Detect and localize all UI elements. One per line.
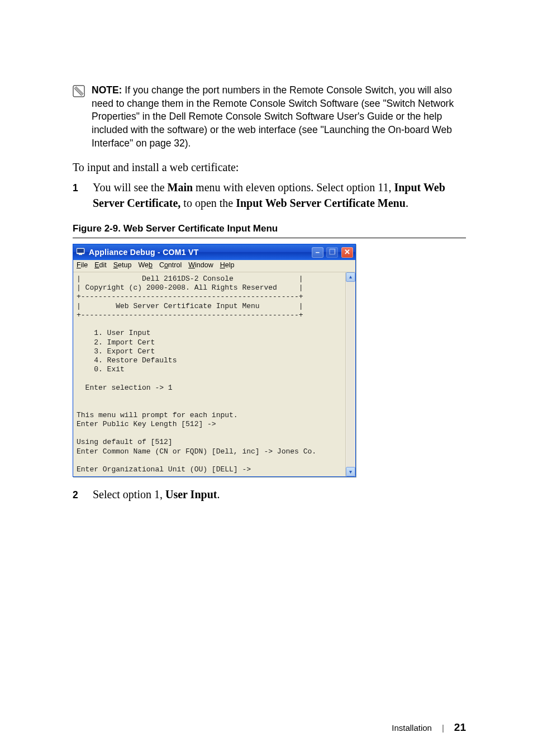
menu-web[interactable]: Web xyxy=(138,261,152,270)
step-number: 2 xyxy=(73,488,78,502)
text-bold: Input Web Server Certificate Menu xyxy=(236,197,406,209)
scroll-up-icon[interactable]: ▴ xyxy=(346,272,355,282)
close-button[interactable]: ✕ xyxy=(341,247,353,258)
scroll-track[interactable] xyxy=(346,282,355,467)
note-icon xyxy=(73,85,85,100)
window-titlebar: Appliance Debug - COM1 VT – ❐ ✕ xyxy=(73,244,355,260)
window-menubar: File Edit Setup Web Control Window Help xyxy=(73,260,355,272)
menu-control[interactable]: Control xyxy=(159,261,182,270)
window-title: Appliance Debug - COM1 VT xyxy=(89,248,199,258)
menu-edit[interactable]: Edit xyxy=(94,261,107,270)
figure-caption: Figure 2-9. Web Server Certificate Input… xyxy=(73,223,466,234)
text-bold: User Input xyxy=(165,488,217,500)
terminal-output: | Dell 2161DS-2 Console | | Copyright (c… xyxy=(73,272,345,477)
document-page: NOTE: If you change the port numbers in … xyxy=(0,0,533,756)
screenshot-window: Appliance Debug - COM1 VT – ❐ ✕ File Edi… xyxy=(73,244,356,477)
note-body: If you change the port numbers in the Re… xyxy=(92,84,454,149)
terminal-area: | Dell 2161DS-2 Console | | Copyright (c… xyxy=(73,272,355,477)
text-frag: . xyxy=(217,488,220,500)
menu-file[interactable]: File xyxy=(77,261,88,270)
window-controls: – ❐ ✕ xyxy=(311,247,353,258)
footer-section: Installation xyxy=(392,723,432,733)
footer-separator: | xyxy=(442,723,444,733)
text-frag: . xyxy=(406,197,408,209)
text-frag: Select option 1, xyxy=(93,488,165,500)
note-label: NOTE: xyxy=(92,84,122,96)
step-number: 1 xyxy=(73,181,78,195)
scrollbar[interactable]: ▴ ▾ xyxy=(345,272,355,477)
svg-rect-6 xyxy=(79,254,82,255)
titlebar-left: Appliance Debug - COM1 VT xyxy=(77,247,199,257)
text-frag: menu with eleven options. Select option … xyxy=(193,181,394,193)
step-2: 2 Select option 1, User Input. xyxy=(93,487,466,503)
step-text: Select option 1, User Input. xyxy=(93,488,220,500)
note-text: NOTE: If you change the port numbers in … xyxy=(92,84,466,150)
step-text: You will see the Main menu with eleven o… xyxy=(93,181,445,209)
page-footer: Installation | 21 xyxy=(392,721,466,734)
menu-window[interactable]: Window xyxy=(188,261,213,270)
text-frag: to open the xyxy=(180,197,236,209)
app-icon xyxy=(77,247,85,257)
figure-divider xyxy=(73,238,466,238)
menu-setup[interactable]: Setup xyxy=(113,261,132,270)
maximize-button[interactable]: ❐ xyxy=(326,247,338,258)
footer-page-number: 21 xyxy=(454,721,466,734)
minimize-button[interactable]: – xyxy=(312,247,323,258)
note-block: NOTE: If you change the port numbers in … xyxy=(73,84,466,150)
text-bold: Main xyxy=(168,181,193,193)
svg-rect-5 xyxy=(77,249,84,253)
intro-line: To input and install a web certificate: xyxy=(73,160,466,174)
text-frag: You will see the xyxy=(93,181,168,193)
step-1: 1 You will see the Main menu with eleven… xyxy=(93,180,466,211)
scroll-down-icon[interactable]: ▾ xyxy=(346,467,355,476)
menu-help[interactable]: Help xyxy=(220,261,235,270)
